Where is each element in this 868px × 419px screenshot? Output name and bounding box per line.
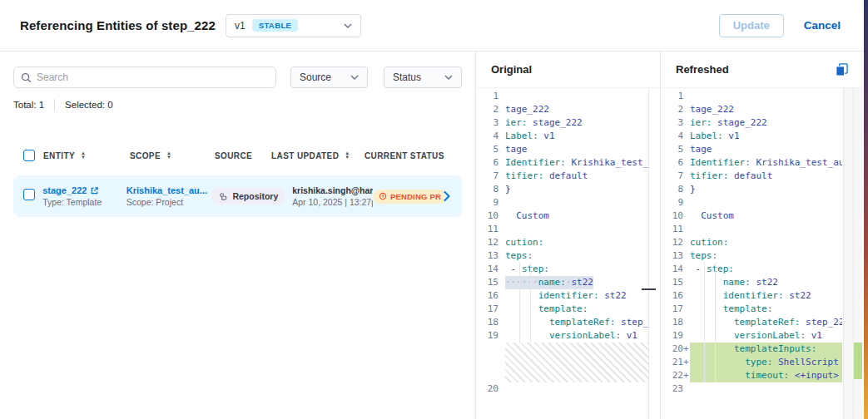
added-line-plus [498, 116, 505, 130]
added-line-plus [498, 223, 505, 236]
code-text: template: [505, 303, 588, 316]
external-link-icon[interactable] [90, 186, 99, 195]
code-text: - step: [690, 263, 734, 276]
code-line: 23 [661, 382, 842, 396]
code-line: 7tifier: default [476, 170, 649, 183]
line-number: 20 [476, 382, 498, 396]
added-line-plus [498, 143, 505, 156]
select-all-checkbox[interactable] [23, 150, 35, 161]
refreshed-code-editor[interactable]: 12tage_2223ier: stage_2224Label: v15tage… [661, 88, 842, 419]
update-button[interactable]: Update [719, 14, 784, 37]
code-token: step: [707, 264, 734, 274]
code-token [505, 290, 538, 301]
original-diff-pane: Original 12tage_2223ier: stage_2224Label… [475, 52, 660, 419]
code-token: identifier: [538, 290, 599, 301]
scope-link[interactable]: Krishika_test_au... [126, 185, 207, 195]
added-line-plus [683, 143, 690, 156]
scope-sub: Scope: Project [126, 197, 209, 207]
code-token: templateRef: [734, 317, 800, 328]
column-header-last-updated[interactable]: LAST UPDATED ▲▼ [271, 151, 365, 160]
added-line-plus: + [683, 369, 690, 382]
code-text: teps: [690, 249, 717, 263]
editor-gutter-line [648, 88, 649, 419]
version-select[interactable]: v1 STABLE [226, 14, 361, 37]
code-line: 1 [476, 90, 649, 103]
row-checkbox[interactable] [23, 189, 35, 200]
overview-ruler [854, 88, 862, 419]
code-token: tage [505, 144, 528, 155]
code-text: tifier: default [505, 170, 588, 183]
code-token [690, 357, 745, 367]
source-filter-select[interactable]: Source [290, 67, 368, 88]
line-number: 5 [476, 143, 498, 156]
code-token: stage_222 [712, 117, 767, 128]
chevron-down-icon [344, 23, 352, 28]
code-line: 20 [476, 382, 649, 396]
code-token: ier: [505, 117, 528, 128]
source-badge: Repository [211, 188, 285, 205]
added-line-plus [498, 156, 505, 170]
added-line-plus [683, 130, 690, 143]
line-number: 10 [661, 210, 683, 223]
page-edge-gradient [864, 0, 868, 419]
code-text: name: st22 [690, 276, 778, 289]
line-number: 3 [476, 116, 498, 130]
entities-section: Source Status Total: 1 Selected: 0 [0, 52, 475, 419]
line-number: 16 [476, 289, 498, 303]
code-text: versionLabel: v1 [505, 329, 637, 343]
vertical-scrollbar[interactable] [843, 88, 854, 419]
code-line: 14 - step: [661, 263, 842, 276]
added-line-plus [683, 183, 690, 196]
sort-icon[interactable]: ▲▼ [166, 151, 171, 160]
code-text: ier: stage_222 [690, 116, 767, 130]
search-icon [21, 72, 32, 83]
code-line: 18 templateRef: step_222 [476, 316, 649, 329]
line-number: 12 [476, 236, 498, 249]
added-line-plus [498, 130, 505, 143]
code-token: default [543, 170, 588, 181]
line-number: 1 [661, 90, 683, 103]
original-code-editor[interactable]: 12tage_2223ier: stage_2224Label: v15tage… [476, 88, 649, 419]
line-number: 22 [661, 369, 683, 382]
code-token: Krishika_test_aut [751, 157, 842, 168]
search-input[interactable] [37, 71, 269, 83]
line-number: 14 [476, 263, 498, 276]
added-line-plus [683, 156, 690, 170]
line-number: 12 [661, 236, 683, 249]
code-token: Custom [505, 210, 549, 221]
code-text: } [690, 183, 696, 196]
table-row[interactable]: stage_222 Type: Template Krishika_test_a… [13, 175, 462, 217]
search-box[interactable] [13, 67, 276, 88]
chevron-down-icon [350, 75, 359, 80]
copy-icon[interactable] [835, 62, 849, 76]
chevron-right-icon[interactable] [444, 191, 462, 201]
column-header-current-status: CURRENT STATUS [365, 151, 444, 160]
code-line: 10 Custom [661, 210, 842, 223]
line-number: 19 [661, 329, 683, 343]
line-number: 7 [476, 170, 498, 183]
code-token: st22 [751, 277, 778, 288]
code-line: 19 versionLabel: v1 [476, 329, 649, 343]
added-line-plus [498, 103, 505, 116]
column-header-entity[interactable]: ENTITY ▲▼ [43, 151, 130, 160]
column-header-scope[interactable]: SCOPE ▲▼ [130, 151, 215, 160]
code-text: tifier: default [690, 170, 772, 183]
refreshed-diff-pane: Refreshed 12tage_2223ier: stage_2224Labe… [660, 52, 862, 419]
line-number: 5 [661, 143, 683, 156]
entity-link[interactable]: stage_222 [42, 185, 87, 195]
code-line: 11 [661, 223, 842, 236]
added-line-plus [498, 276, 505, 289]
sort-icon[interactable]: ▲▼ [345, 151, 350, 160]
code-token: tage_222 [690, 104, 734, 115]
status-filter-select[interactable]: Status [384, 67, 462, 88]
code-text: Identifier: Krishika_test_aut [690, 156, 842, 170]
referencing-entities-drawer: Referencing Entities of step_222 v1 STAB… [0, 0, 868, 419]
code-token: template: [538, 303, 588, 314]
code-line: 17 template: [476, 303, 649, 316]
sort-icon[interactable]: ▲▼ [81, 151, 86, 160]
code-text: cution: [505, 236, 543, 249]
code-text: type: ShellScript [690, 356, 842, 369]
cancel-button[interactable]: Cancel [804, 19, 841, 32]
line-number: 4 [476, 130, 498, 143]
drawer-header: Referencing Entities of step_222 v1 STAB… [0, 0, 868, 52]
